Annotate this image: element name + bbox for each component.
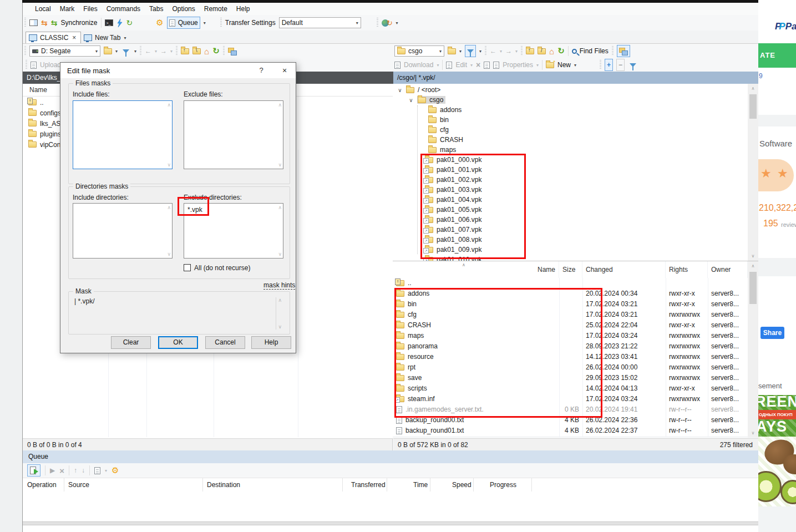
queue-report-dropdown[interactable]: ▾ xyxy=(105,468,107,473)
panels-icon[interactable] xyxy=(29,19,38,26)
properties-dropdown[interactable]: ▾ xyxy=(536,63,539,68)
refresh-session-icon[interactable]: ↻ xyxy=(126,18,133,27)
open-directory-icon[interactable] xyxy=(104,48,112,54)
queue-move-up-icon[interactable]: ↑ xyxy=(74,467,77,474)
preferences-gear-icon[interactable]: ⚙ xyxy=(156,18,163,28)
all-do-not-recurse-checkbox[interactable] xyxy=(184,264,191,271)
help-button[interactable]: Help xyxy=(251,336,291,349)
column-header[interactable]: Rights xyxy=(666,261,708,278)
filter-button-left[interactable] xyxy=(121,45,131,57)
tree-item-csgo-selected[interactable]: ∨ csgo xyxy=(393,95,748,105)
share-button[interactable]: Share xyxy=(760,327,784,339)
menu-options[interactable]: Options xyxy=(168,5,199,13)
tree-item-folder[interactable]: cfg xyxy=(393,125,748,135)
menu-tabs[interactable]: Tabs xyxy=(145,5,168,13)
find-files-button[interactable]: Find Files xyxy=(572,47,609,55)
scroll-down-icon[interactable]: ∨ xyxy=(278,251,282,257)
scroll-up-icon[interactable]: ∧ xyxy=(748,261,758,271)
clear-button[interactable]: Clear xyxy=(111,336,151,349)
tree-item-folder[interactable]: bin xyxy=(393,115,748,125)
queue-column-headers[interactable]: OperationSourceDestinationTransferredTim… xyxy=(23,478,758,492)
tree-item-folder[interactable]: CRASH xyxy=(393,135,748,145)
right-path-bar[interactable]: /csgo/| *.vpk/ xyxy=(393,72,758,84)
upload-button[interactable]: Upload xyxy=(40,61,61,69)
column-header[interactable]: Progress xyxy=(490,478,516,492)
column-header[interactable]: Source xyxy=(68,478,89,492)
tree-expanded-icon[interactable]: ∨ xyxy=(408,97,414,103)
menu-commands[interactable]: Commands xyxy=(102,5,145,13)
column-header[interactable]: Name xyxy=(393,261,559,278)
scroll-up-icon[interactable]: ∧ xyxy=(278,205,282,210)
queue-show-toggle-button[interactable] xyxy=(27,464,40,477)
remove-filter-button[interactable]: − xyxy=(616,59,625,71)
new-dropdown[interactable]: ▾ xyxy=(574,63,576,68)
menu-local[interactable]: Local xyxy=(31,5,55,13)
mask-hints-link[interactable]: mask hints xyxy=(263,281,295,290)
list-scrollbar[interactable]: ∧ ∨ xyxy=(748,261,758,438)
root-directory-icon[interactable]: / xyxy=(538,48,546,54)
download-button[interactable]: Download xyxy=(404,61,433,69)
open-directory-icon[interactable] xyxy=(448,48,456,54)
column-header[interactable]: Size xyxy=(559,261,582,278)
parent-directory-icon[interactable]: ↑ xyxy=(181,48,189,54)
download-dropdown[interactable]: ▾ xyxy=(437,63,439,68)
console-icon[interactable]: >_ xyxy=(105,19,113,26)
scroll-up-icon[interactable]: ∧ xyxy=(167,102,171,108)
scroll-down-icon[interactable]: ∨ xyxy=(167,162,171,168)
edit-dropdown[interactable]: ▾ xyxy=(470,63,473,68)
properties-button[interactable]: Properties xyxy=(503,61,533,69)
cancel-button[interactable]: Cancel xyxy=(205,336,245,349)
tab-new-tab[interactable]: New Tab ▾ xyxy=(82,32,126,43)
new-tab-dropdown[interactable]: ▾ xyxy=(124,36,126,40)
include-directories-input[interactable]: ∧ ∨ xyxy=(73,203,173,259)
column-header[interactable]: Transferred xyxy=(351,478,386,492)
remote-column-headers[interactable]: NameSizeChangedRightsOwner xyxy=(393,261,748,278)
tree-item-folder[interactable]: addons xyxy=(393,105,748,115)
menu-mark[interactable]: Mark xyxy=(55,5,79,13)
root-directory-icon[interactable]: \ xyxy=(192,48,201,54)
copy-session-icon[interactable] xyxy=(228,48,237,55)
rename-icon[interactable] xyxy=(484,62,490,69)
close-icon[interactable]: × xyxy=(275,63,295,78)
queue-move-down-icon[interactable]: ↓ xyxy=(82,467,85,474)
new-button[interactable]: New xyxy=(557,61,571,69)
scroll-up-icon[interactable]: ∧ xyxy=(278,102,282,108)
parent-directory-icon[interactable]: ↑ xyxy=(526,48,534,54)
queue-dropdown[interactable]: ▾ xyxy=(204,21,206,26)
edit-button[interactable]: Edit xyxy=(455,61,467,69)
synchronize-button[interactable]: Synchronize xyxy=(60,19,97,27)
remote-directory-select[interactable]: csgo ▾ xyxy=(394,45,444,57)
scroll-down-icon[interactable]: ∨ xyxy=(167,251,171,257)
ok-button[interactable]: OK xyxy=(158,336,198,349)
filter-button-right-active[interactable] xyxy=(465,45,476,57)
queue-delete-icon[interactable]: × xyxy=(59,466,64,475)
tree-expanded-icon[interactable]: ∨ xyxy=(397,87,403,93)
column-header[interactable]: Destination xyxy=(207,478,240,492)
delete-icon[interactable]: × xyxy=(476,60,480,69)
ad-banner[interactable]: REEN одных покуп AYS xyxy=(758,395,796,437)
mask-value-area[interactable]: | *.vpk/ ∧ ∨ xyxy=(74,297,284,330)
column-header[interactable]: Operation xyxy=(27,478,57,492)
scroll-down-icon[interactable]: ∨ xyxy=(278,162,282,168)
transfer-settings-select[interactable]: Default ▾ xyxy=(279,17,361,28)
table-row[interactable]: .. xyxy=(393,278,748,288)
donate-button[interactable]: ATE xyxy=(758,43,796,68)
refresh-icon[interactable]: ↻ xyxy=(557,46,565,56)
menu-files[interactable]: Files xyxy=(79,5,102,13)
sync-folders-icon[interactable]: ⇆ xyxy=(51,18,58,27)
exclude-files-input[interactable]: ∧ ∨ xyxy=(184,100,283,169)
back-dropdown[interactable]: ▾ xyxy=(500,49,502,54)
menu-help[interactable]: Help xyxy=(232,5,255,13)
home-directory-icon[interactable]: ⌂ xyxy=(549,47,554,56)
queue-preferences-icon[interactable]: ⚙ xyxy=(111,465,119,475)
queue-toggle-button[interactable]: Queue xyxy=(167,17,200,29)
scrollbar-thumb[interactable] xyxy=(749,94,757,119)
open-directory-dropdown[interactable]: ▾ xyxy=(115,49,118,54)
column-header[interactable]: Time xyxy=(413,478,428,492)
forward-icon[interactable]: → xyxy=(160,47,167,55)
column-header[interactable]: Changed xyxy=(582,261,666,278)
kiwi-image[interactable] xyxy=(758,437,796,506)
table-row[interactable]: backup_round01.txt 4 KB 26.02.2024 22:37… xyxy=(393,425,748,436)
filter-dropdown[interactable]: ▾ xyxy=(479,49,481,54)
close-tab-icon[interactable]: × xyxy=(72,34,76,42)
